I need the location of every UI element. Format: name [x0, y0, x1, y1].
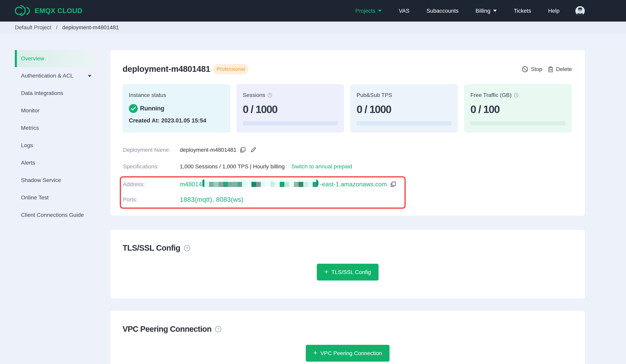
- svg-text:?: ?: [515, 93, 517, 97]
- svg-text:?: ?: [217, 327, 219, 331]
- svg-text:?: ?: [269, 93, 271, 97]
- svg-text:?: ?: [186, 246, 188, 250]
